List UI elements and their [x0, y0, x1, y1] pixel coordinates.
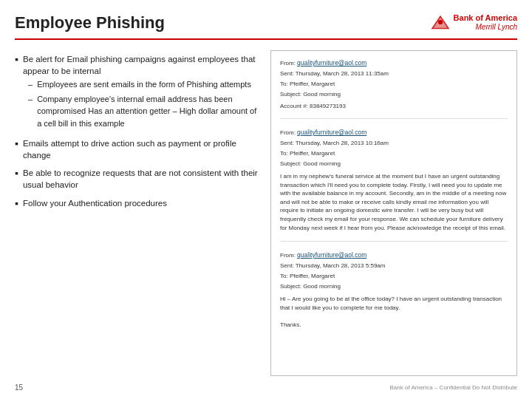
email-2-body: I am in my nephew's funeral service at t…: [280, 172, 508, 232]
email-1-subject: Subject: Good morning: [280, 90, 508, 99]
sub-bullet-1-1: – Employees are sent emails in the form …: [28, 78, 259, 91]
logo-wrapper: Bank of America Merrill Lynch: [430, 13, 517, 31]
bullet-2: ▪ Emails attempt to drive action such as…: [15, 137, 259, 161]
sub-dash-1-1: –: [28, 78, 33, 91]
email-1-sent: Sent: Thursday, March 28, 2013 11:35am: [280, 69, 508, 78]
email-divider-1: [280, 118, 508, 119]
bullet-1-text: Be alert for Email phishing campaigns ag…: [23, 53, 259, 77]
bullet-3-dot: ▪: [15, 166, 18, 181]
sub-dash-1-2: –: [28, 93, 33, 106]
bullet-4-dot: ▪: [15, 197, 18, 211]
bullet-1-dot: ▪: [15, 52, 18, 67]
bofa-logo-icon: [430, 14, 451, 30]
svg-point-2: [437, 20, 442, 24]
sub-bullets-1: – Employees are sent emails in the form …: [15, 78, 259, 129]
email-1-to: To: Pfeiffer, Margaret: [280, 80, 508, 89]
sub-bullet-1-2-text: Company employee's internal email addres…: [37, 93, 259, 130]
email-2: From: qualityfurniture@aol.com Sent: Thu…: [280, 128, 508, 232]
email-3-from-address: qualityfurniture@aol.com: [297, 251, 366, 259]
email-2-subject: Subject: Good morning: [280, 160, 508, 168]
logo-text: Bank of America Merrill Lynch: [454, 13, 517, 31]
bullet-4: ▪ Follow your Authentication procedures: [15, 197, 259, 211]
content-area: ▪ Be alert for Email phishing campaigns …: [15, 50, 517, 376]
bullet-1: ▪ Be alert for Email phishing campaigns …: [15, 53, 259, 77]
bullet-2-text: Emails attempt to drive action such as p…: [23, 137, 259, 161]
email-1-from: From: qualityfurniture@aol.com: [280, 58, 508, 68]
email-1-account: Account #: 83849273193: [280, 103, 508, 109]
email-2-from-address: qualityfurniture@aol.com: [297, 129, 366, 136]
logo-area: Bank of America Merrill Lynch: [430, 13, 517, 31]
email-2-to: To: Pfeiffer, Margaret: [280, 149, 508, 158]
bullet-3: ▪ Be able to recognize requests that are…: [15, 167, 259, 191]
footer: 15 Bank of America – Confidential Do Not…: [15, 379, 517, 392]
page: Employee Phishing Bank of America Merril…: [0, 0, 532, 399]
footer-page-number: 15: [15, 383, 23, 392]
email-3-to: To: Pfeiffer, Margaret: [280, 272, 508, 281]
logo-bofa-line1: Bank of America: [454, 13, 517, 23]
page-title: Employee Phishing: [15, 13, 165, 33]
email-1-from-address: qualityfurniture@aol.com: [297, 59, 366, 66]
email-2-sent: Sent: Thursday, March 28, 2013 10:16am: [280, 139, 508, 148]
email-3-sent: Sent: Thursday, March 28, 2013 5:59am: [280, 262, 508, 270]
left-column: ▪ Be alert for Email phishing campaigns …: [15, 50, 259, 376]
header: Employee Phishing Bank of America Merril…: [15, 13, 517, 40]
bullet-4-text: Follow your Authentication procedures: [23, 197, 167, 209]
email-3-subject: Subject: Good morning: [280, 282, 508, 291]
footer-disclaimer: Bank of America – Confidential Do Not Di…: [389, 384, 517, 391]
email-3-body: Hi – Are you going to be at the office t…: [280, 295, 508, 329]
sub-bullet-1-1-text: Employees are sent emails in the form of…: [37, 78, 251, 91]
bullet-2-dot: ▪: [15, 137, 18, 151]
email-3: From: qualityfurniture@aol.com Sent: Thu…: [280, 250, 508, 329]
logo-ml-line2: Merrill Lynch: [454, 23, 517, 31]
bullet-1-wrapper: ▪ Be alert for Email phishing campaigns …: [15, 53, 259, 132]
email-1: From: qualityfurniture@aol.com Sent: Thu…: [280, 58, 508, 109]
bullet-3-text: Be able to recognize requests that are n…: [23, 167, 259, 191]
email-panel: From: qualityfurniture@aol.com Sent: Thu…: [270, 50, 517, 376]
email-2-from: From: qualityfurniture@aol.com: [280, 128, 508, 137]
sub-bullet-1-2: – Company employee's internal email addr…: [28, 93, 259, 130]
email-3-from: From: qualityfurniture@aol.com: [280, 250, 508, 260]
email-divider-2: [280, 241, 508, 242]
